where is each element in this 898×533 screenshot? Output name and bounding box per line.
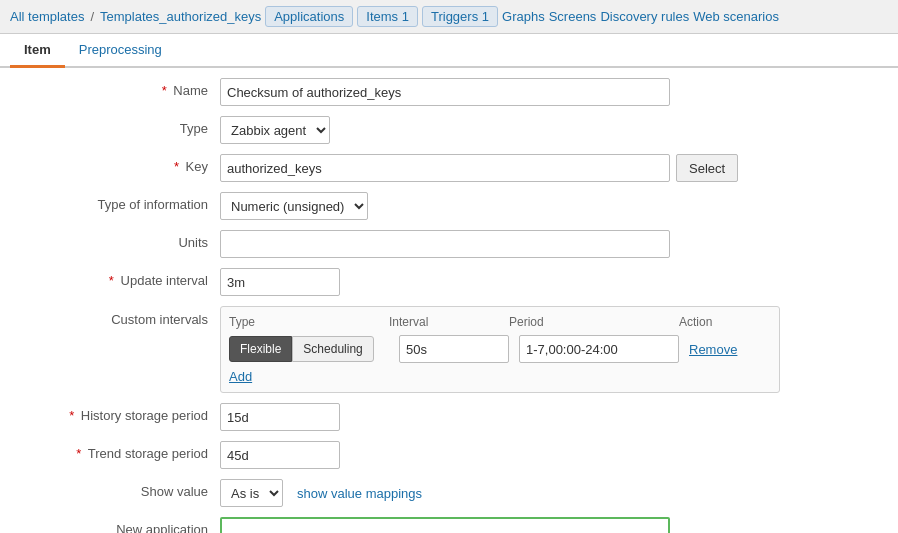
name-label: * Name — [20, 78, 220, 98]
ci-header-type: Type — [229, 315, 389, 329]
show-value-row: Show value As is show value mappings — [20, 479, 878, 507]
history-storage-required-star: * — [69, 408, 74, 423]
key-label: * Key — [20, 154, 220, 174]
name-row: * Name — [20, 78, 878, 106]
update-interval-input[interactable] — [220, 268, 340, 296]
trend-storage-label: * Trend storage period — [20, 441, 220, 461]
tab-bar: Item Preprocessing — [0, 34, 898, 68]
type-of-info-label: Type of information — [20, 192, 220, 212]
ci-interval-input[interactable] — [399, 335, 509, 363]
tab-item[interactable]: Item — [10, 34, 65, 68]
custom-intervals-container: Type Interval Period Action Flexible Sch… — [220, 306, 780, 393]
type-select[interactable]: Zabbix agent — [220, 116, 330, 144]
type-control: Zabbix agent — [220, 116, 878, 144]
trend-storage-input[interactable] — [220, 441, 340, 469]
type-row: Type Zabbix agent — [20, 116, 878, 144]
ci-flexible-button[interactable]: Flexible — [229, 336, 292, 362]
name-input[interactable] — [220, 78, 670, 106]
show-value-control: As is show value mappings — [220, 479, 878, 507]
history-storage-label: * History storage period — [20, 403, 220, 423]
update-interval-label: * Update interval — [20, 268, 220, 288]
key-required-star: * — [174, 159, 179, 174]
type-of-info-select[interactable]: Numeric (unsigned) — [220, 192, 368, 220]
discovery-rules-nav-link[interactable]: Discovery rules — [600, 9, 689, 24]
show-value-select[interactable]: As is — [220, 479, 283, 507]
units-label: Units — [20, 230, 220, 250]
new-application-row: New application — [20, 517, 878, 533]
type-label: Type — [20, 116, 220, 136]
ci-period-input[interactable] — [519, 335, 679, 363]
ci-header-interval: Interval — [389, 315, 509, 329]
ci-row: Flexible Scheduling Remove — [229, 335, 771, 363]
history-storage-input[interactable] — [220, 403, 340, 431]
trend-storage-control — [220, 441, 878, 469]
ci-type-buttons: Flexible Scheduling — [229, 336, 389, 362]
trend-storage-required-star: * — [76, 446, 81, 461]
ci-add-container: Add — [229, 363, 771, 384]
trend-storage-row: * Trend storage period — [20, 441, 878, 469]
custom-intervals-row: Custom intervals Type Interval Period Ac… — [20, 306, 878, 393]
graphs-nav-link[interactable]: Graphs — [502, 9, 545, 24]
units-row: Units — [20, 230, 878, 258]
breadcrumb-separator-1: / — [90, 9, 94, 24]
show-value-label: Show value — [20, 479, 220, 499]
type-of-info-control: Numeric (unsigned) — [220, 192, 878, 220]
history-storage-row: * History storage period — [20, 403, 878, 431]
units-input[interactable] — [220, 230, 670, 258]
web-scenarios-nav-link[interactable]: Web scenarios — [693, 9, 779, 24]
key-row: * Key Select — [20, 154, 878, 182]
ci-header-period: Period — [509, 315, 679, 329]
name-control — [220, 78, 878, 106]
key-control: Select — [220, 154, 878, 182]
select-button[interactable]: Select — [676, 154, 738, 182]
ci-scheduling-button[interactable]: Scheduling — [292, 336, 373, 362]
applications-nav-link[interactable]: Applications — [265, 6, 353, 27]
key-input[interactable] — [220, 154, 670, 182]
type-of-info-row: Type of information Numeric (unsigned) — [20, 192, 878, 220]
show-value-mappings-link[interactable]: show value mappings — [297, 486, 422, 501]
custom-intervals-control: Type Interval Period Action Flexible Sch… — [220, 306, 878, 393]
update-interval-control — [220, 268, 878, 296]
tab-preprocessing[interactable]: Preprocessing — [65, 34, 176, 68]
custom-intervals-label: Custom intervals — [20, 306, 220, 327]
update-interval-row: * Update interval — [20, 268, 878, 296]
new-application-input[interactable] — [220, 517, 670, 533]
ci-remove-button[interactable]: Remove — [689, 342, 737, 357]
form-area: * Name Type Zabbix agent * Key — [0, 68, 898, 533]
ci-header-action: Action — [679, 315, 749, 329]
units-control — [220, 230, 878, 258]
ci-header: Type Interval Period Action — [229, 315, 771, 329]
ci-add-button[interactable]: Add — [229, 369, 252, 384]
templates-authorized-keys-link[interactable]: Templates_authorized_keys — [100, 9, 261, 24]
new-application-control — [220, 517, 878, 533]
history-storage-control — [220, 403, 878, 431]
new-application-label: New application — [20, 517, 220, 533]
name-required-star: * — [162, 83, 167, 98]
all-templates-link[interactable]: All templates — [10, 9, 84, 24]
update-interval-required-star: * — [109, 273, 114, 288]
breadcrumb: All templates / Templates_authorized_key… — [0, 0, 898, 34]
screens-nav-link[interactable]: Screens — [549, 9, 597, 24]
items-nav-link[interactable]: Items 1 — [357, 6, 418, 27]
triggers-nav-link[interactable]: Triggers 1 — [422, 6, 498, 27]
